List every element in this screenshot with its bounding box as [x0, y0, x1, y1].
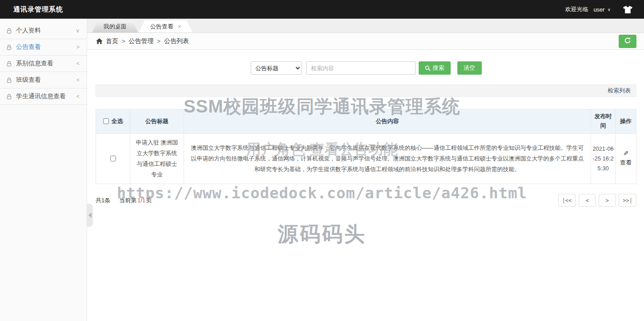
col-header-title: 公告标题: [130, 109, 184, 134]
tab-announcement-view[interactable]: 公告查看 ×: [139, 20, 193, 32]
search-field-select[interactable]: 公告标题: [251, 61, 302, 75]
username[interactable]: user: [593, 6, 604, 13]
tab-label: 公告查看: [150, 20, 173, 32]
table-header-row: 全选 公告标题 公告内容 发布时间 操作: [96, 109, 636, 134]
sidebar-item-label: 系别信息查看: [16, 60, 53, 68]
app-title: 通讯录管理系统: [13, 5, 63, 14]
sidebar-item-department-info-view[interactable]: 系别信息查看 <: [0, 56, 87, 72]
sidebar: 个人资料 ∨ 公告查看 > 系别信息查看 < 班级查看 < 学生通讯信息查看 <: [0, 19, 87, 321]
breadcrumb-separator: >: [122, 38, 125, 44]
triangle-left-icon: [88, 213, 92, 218]
pager: |<< < > >>|: [558, 194, 636, 207]
search-icon: [425, 65, 431, 71]
announcements-table: 全选 公告标题 公告内容 发布时间 操作 申请入驻 澳洲国立大学数字系统与通信工…: [96, 109, 636, 184]
main-area: 我的桌面 公告查看 × 首页 > 公告管理 > 公告列表 公告标题: [87, 19, 644, 321]
current-page-suffix: 页: [146, 197, 152, 205]
topbar: 通讯录管理系统 欢迎光临 user ∨: [0, 0, 644, 19]
view-button[interactable]: 查看: [620, 159, 632, 166]
close-icon[interactable]: ×: [178, 24, 181, 29]
col-header-content: 公告内容: [184, 109, 591, 134]
search-row: 公告标题 搜索 清空: [96, 61, 636, 75]
col-header-publish-time: 发布时间: [591, 109, 616, 134]
select-all-label: 全选: [112, 118, 123, 124]
sidebar-item-label: 公告查看: [16, 43, 41, 51]
chevron-left-icon: <: [76, 60, 80, 67]
first-page-button[interactable]: |<<: [558, 194, 576, 207]
breadcrumb: 首页 > 公告管理 > 公告列表: [96, 37, 189, 45]
select-all-header: 全选: [96, 109, 130, 134]
breadcrumb-item-announcement-management: 公告管理: [129, 37, 154, 45]
last-page-button[interactable]: >>|: [619, 194, 636, 207]
sidebar-item-class-view[interactable]: 班级查看 <: [0, 72, 87, 88]
chevron-left-icon: <: [76, 93, 80, 100]
breadcrumb-item-home[interactable]: 首页: [106, 37, 118, 45]
tshirt-icon[interactable]: [623, 6, 632, 13]
next-page-button[interactable]: >: [599, 194, 616, 207]
chevron-down-icon: ∨: [76, 28, 80, 34]
row-checkbox[interactable]: [110, 156, 116, 161]
clear-button[interactable]: 清空: [457, 61, 482, 75]
home-icon: [96, 38, 103, 44]
lock-icon: [6, 61, 12, 67]
chevron-left-icon: <: [76, 77, 80, 83]
chevron-down-icon[interactable]: ∨: [608, 7, 611, 12]
list-panel-header-label: 检索列表: [608, 87, 631, 94]
current-page: 1/1: [137, 197, 145, 204]
breadcrumb-item-announcement-list: 公告列表: [164, 37, 189, 45]
sidebar-collapse-handle[interactable]: [87, 204, 93, 227]
chevron-right-icon: >: [76, 44, 80, 50]
current-page-prefix: 当前第: [119, 197, 136, 205]
col-header-action: 操作: [616, 109, 636, 134]
sidebar-item-label: 学生通讯信息查看: [16, 92, 66, 100]
sidebar-item-announcement-view[interactable]: 公告查看 >: [0, 39, 87, 56]
breadcrumb-row: 首页 > 公告管理 > 公告列表: [87, 33, 644, 50]
refresh-button[interactable]: [619, 35, 636, 48]
pagination-row: 共1条 当前第 1/1 页 |<< < > >>|: [96, 194, 636, 207]
search-button[interactable]: 搜索: [419, 61, 451, 75]
prev-page-button[interactable]: <: [579, 194, 596, 207]
publish-time-cell: 2021-06-25 16:25:30: [591, 134, 616, 184]
lock-icon: [6, 77, 12, 83]
list-panel-header: 检索列表: [96, 84, 636, 97]
select-all-checkbox[interactable]: [103, 118, 109, 124]
lock-icon: [6, 94, 12, 100]
table-row: 申请入驻 澳洲国立大学数字系统与通信工程硕士专业 澳洲国立大学数字系统与通信工程…: [96, 134, 636, 184]
content: 公告标题 搜索 清空 检索列表 全选: [87, 61, 644, 207]
tab-label: 我的桌面: [104, 20, 127, 32]
refresh-icon: [624, 37, 631, 45]
search-button-label: 搜索: [433, 64, 444, 72]
tab-bar: 我的桌面 公告查看 ×: [87, 19, 644, 33]
search-input[interactable]: [306, 61, 416, 75]
total-count: 共1条: [96, 197, 110, 205]
sidebar-item-label: 个人资料: [16, 27, 41, 35]
tab-my-desktop[interactable]: 我的桌面: [92, 20, 138, 32]
announcement-title-cell: 申请入驻 澳洲国立大学数字系统与通信工程硕士专业: [130, 134, 184, 184]
lock-icon: [6, 44, 12, 50]
row-select-cell: [96, 134, 130, 184]
sidebar-item-personal-profile[interactable]: 个人资料 ∨: [0, 23, 87, 39]
pencil-icon: ✎: [616, 149, 635, 157]
pagination-info: 共1条 当前第 1/1 页: [96, 197, 152, 205]
sidebar-item-student-contact-info-view[interactable]: 学生通讯信息查看 <: [0, 88, 87, 105]
clear-button-label: 清空: [464, 64, 475, 72]
lock-icon: [6, 28, 12, 34]
sidebar-item-label: 班级查看: [16, 76, 41, 84]
announcement-content-cell: 澳洲国立大学数字系统与通信工程硕士专业为期两年，它向学生提供在现代数字系统的核心…: [184, 134, 591, 184]
welcome-text: 欢迎光临: [565, 5, 588, 13]
action-cell: ✎ 查看: [616, 134, 636, 184]
breadcrumb-separator: >: [157, 38, 161, 44]
